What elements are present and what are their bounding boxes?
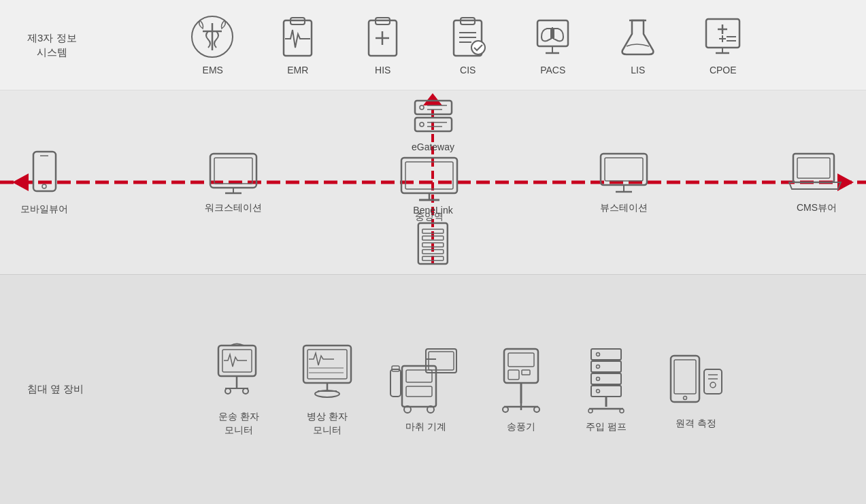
system-lis: LIS xyxy=(616,15,660,75)
device-pump: 주입 펌프 xyxy=(579,346,633,434)
device-bedside-monitor: 병상 환자모니터 xyxy=(300,342,354,437)
middle-section: eGateway 모바일뷰어 xyxy=(0,90,866,274)
system-cpoe: CPOE xyxy=(701,15,745,75)
transport-monitor-icon xyxy=(212,342,266,403)
remote-icon xyxy=(667,349,725,410)
svg-rect-64 xyxy=(422,250,444,254)
bedside-icons-row: 운송 환자모니터 병상 환자 xyxy=(97,342,839,437)
central-icon xyxy=(399,155,460,204)
workstation-icon xyxy=(206,151,261,195)
svg-rect-43 xyxy=(33,152,56,191)
ems-label: EMS xyxy=(203,65,223,75)
top-section: 제3자 정보시스템 EMS xyxy=(0,0,866,90)
svg-point-112 xyxy=(683,396,686,399)
svg-point-116 xyxy=(710,382,716,388)
transport-monitor-label: 운송 환자모니터 xyxy=(218,410,259,437)
svg-rect-90 xyxy=(508,353,534,367)
cpoe-icon xyxy=(701,15,745,59)
svg-point-44 xyxy=(42,184,46,188)
cis-label: CIS xyxy=(460,65,476,75)
svg-rect-50 xyxy=(401,158,457,193)
benelink-label: BeneLink xyxy=(413,205,452,216)
system-pacs: PACS xyxy=(531,15,575,75)
svg-rect-110 xyxy=(671,356,699,402)
svg-rect-65 xyxy=(422,256,444,261)
remote-label: 원격 측정 xyxy=(676,417,716,431)
svg-rect-113 xyxy=(704,369,722,394)
pacs-label: PACS xyxy=(540,65,565,75)
svg-rect-87 xyxy=(390,369,401,397)
pump-label: 주입 펌프 xyxy=(586,420,627,434)
svg-rect-73 xyxy=(307,350,347,379)
anesthesia-label: 마취 기계 xyxy=(405,420,446,434)
svg-rect-100 xyxy=(591,373,621,384)
svg-point-71 xyxy=(243,388,248,394)
system-cis: CIS xyxy=(446,15,490,75)
viewstation-icon xyxy=(597,151,651,195)
bedside-monitor-label: 병상 환자모니터 xyxy=(307,410,348,437)
svg-point-103 xyxy=(596,365,599,368)
svg-rect-47 xyxy=(214,158,252,184)
svg-rect-91 xyxy=(508,370,519,380)
svg-point-102 xyxy=(596,352,599,356)
svg-rect-72 xyxy=(303,346,351,383)
svg-point-37 xyxy=(420,105,424,110)
system-icons-row: EMS EMR xyxy=(97,15,839,75)
pump-icon xyxy=(579,346,633,414)
device-transport-monitor: 운송 환자모니터 xyxy=(212,342,266,437)
svg-rect-81 xyxy=(429,352,454,370)
svg-rect-54 xyxy=(601,154,647,185)
cpoe-label: CPOE xyxy=(710,65,737,75)
emr-label: EMR xyxy=(287,65,308,75)
lis-label: LIS xyxy=(631,65,645,75)
device-workstation: 워크스테이션 xyxy=(205,151,262,214)
egateway-device: eGateway xyxy=(410,97,457,152)
ems-icon xyxy=(190,15,235,59)
svg-rect-55 xyxy=(605,158,643,181)
system-ems: EMS xyxy=(190,15,235,75)
device-mobile: 모바일뷰어 xyxy=(20,149,68,216)
svg-rect-98 xyxy=(591,349,621,360)
ventilator-icon xyxy=(497,346,545,414)
svg-point-104 xyxy=(596,377,599,380)
bottom-section: 침대 옆 장비 xyxy=(0,274,866,504)
svg-point-40 xyxy=(420,122,424,127)
workstation-label: 워크스테이션 xyxy=(205,202,262,214)
svg-rect-99 xyxy=(591,361,621,372)
mobile-icon xyxy=(29,149,60,197)
top-section-label: 제3자 정보시스템 xyxy=(27,31,77,59)
ventilator-label: 송풍기 xyxy=(507,420,535,434)
bedside-monitor-icon xyxy=(300,342,354,403)
mobile-label: 모바일뷰어 xyxy=(20,203,68,216)
device-anesthesia: 마취 기계 xyxy=(388,346,463,434)
svg-point-70 xyxy=(225,388,231,394)
svg-rect-80 xyxy=(426,349,456,373)
svg-rect-89 xyxy=(504,349,538,383)
emr-icon xyxy=(276,15,320,59)
svg-rect-84 xyxy=(406,386,432,397)
device-viewstation: 뷰스테이션 xyxy=(597,151,651,214)
svg-rect-92 xyxy=(522,370,530,375)
svg-point-14 xyxy=(471,41,485,54)
device-cms: CMS뷰어 xyxy=(788,151,846,214)
benelink-icon xyxy=(414,220,452,267)
device-remote: 원격 측정 xyxy=(667,349,725,431)
cis-icon xyxy=(446,15,490,59)
svg-rect-51 xyxy=(405,162,453,189)
anesthesia-icon xyxy=(388,346,463,414)
svg-rect-46 xyxy=(210,154,256,188)
his-icon xyxy=(361,15,405,59)
svg-rect-111 xyxy=(674,360,696,394)
svg-rect-62 xyxy=(422,236,444,240)
svg-rect-59 xyxy=(797,158,830,178)
svg-rect-63 xyxy=(422,243,444,247)
viewstation-label: 뷰스테이션 xyxy=(600,202,648,214)
bedside-section-label: 침대 옆 장비 xyxy=(27,383,84,396)
device-ventilator: 송풍기 xyxy=(497,346,545,434)
svg-rect-101 xyxy=(591,386,621,397)
svg-rect-83 xyxy=(406,370,432,382)
svg-point-105 xyxy=(596,389,599,392)
lis-icon xyxy=(616,15,660,59)
cms-label: CMS뷰어 xyxy=(797,202,837,214)
egateway-icon xyxy=(410,97,457,135)
